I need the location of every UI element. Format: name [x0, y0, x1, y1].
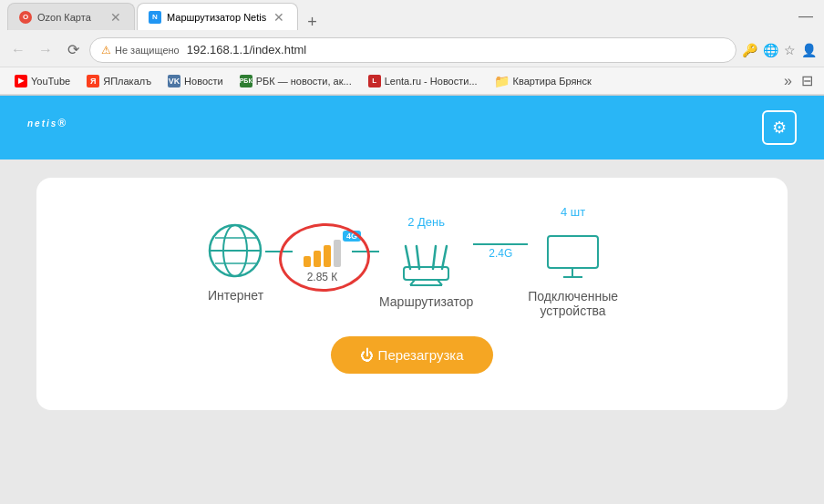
bookmark-vk-label: Новости — [184, 76, 223, 87]
bookmark-folder-label: Квартира Брянск — [513, 76, 592, 87]
minimize-button[interactable]: — — [795, 8, 817, 25]
bookmark-folder[interactable]: 📁 Квартира Брянск — [487, 72, 599, 90]
title-bar: O Ozon Карта ✕ N Маршрутизатор Netis ✕ +… — [0, 0, 824, 33]
bookmarks-more-button[interactable]: » — [780, 73, 796, 89]
signal-bars: 4G — [304, 240, 341, 267]
bookmark-yaplakal[interactable]: Я ЯПлакалъ — [79, 73, 159, 89]
line-internet-signal — [265, 251, 293, 252]
signal-bar-1 — [304, 256, 311, 267]
bookmark-lenta-label: Lenta.ru - Новости... — [385, 76, 478, 87]
connector-2g: 2.4G — [473, 243, 528, 260]
tab-ozon-title: Ozon Карта — [37, 12, 103, 23]
globe-icon — [206, 221, 265, 281]
speed-text: 2.85 К — [304, 271, 341, 283]
translate-icon[interactable]: 🌐 — [763, 43, 778, 57]
signal-bar-3 — [324, 245, 331, 267]
network-diagram: Интернет 4G — [73, 205, 751, 318]
ozon-favicon: O — [19, 11, 32, 24]
bookmark-sidebar-button[interactable]: ⊟ — [798, 72, 817, 89]
bookmark-lenta[interactable]: L Lenta.ru - Новости... — [361, 73, 485, 89]
router-icon — [397, 242, 456, 287]
password-icon[interactable]: 🔑 — [742, 43, 757, 57]
refresh-button[interactable]: ⟳ — [62, 41, 84, 58]
bookmark-youtube[interactable]: ▶ YouTube — [7, 73, 77, 89]
netis-logo: netis® — [27, 111, 67, 145]
days-label: 2 День — [407, 215, 445, 229]
window-controls: — — [795, 8, 817, 25]
badge-4g: 4G — [343, 231, 361, 242]
internet-label: Интернет — [208, 288, 263, 303]
router-label: Маршрутизатор — [379, 294, 473, 309]
svg-line-5 — [406, 246, 410, 269]
bookmark-star-icon[interactable]: ☆ — [784, 43, 796, 57]
netis-favicon: N — [149, 11, 161, 24]
bookmark-rbk-label: РБК — новости, ак... — [256, 76, 352, 87]
page-content: netis® ⚙ Интернет — [0, 96, 824, 504]
tabs-container: O Ozon Карта ✕ N Маршрутизатор Netis ✕ + — [7, 3, 795, 30]
security-text: Не защищено — [115, 45, 180, 56]
netis-header: netis® ⚙ — [0, 96, 824, 159]
tab-netis[interactable]: N Маршрутизатор Netis ✕ — [137, 3, 298, 30]
tab-netis-title: Маршрутизатор Netis — [167, 12, 266, 23]
yaplakal-favicon: Я — [87, 75, 99, 87]
tab-netis-close[interactable]: ✕ — [272, 10, 286, 25]
bookmark-rbk[interactable]: РБК РБК — новости, ак... — [232, 73, 359, 89]
bookmark-yaplakal-label: ЯПлакалъ — [103, 76, 151, 87]
browser-chrome: O Ozon Карта ✕ N Маршрутизатор Netis ✕ +… — [0, 0, 824, 96]
warning-icon: ⚠ — [101, 44, 111, 57]
signal-bar-2 — [314, 251, 321, 267]
line-signal-router — [352, 251, 379, 252]
monitor-icon — [543, 231, 603, 282]
svg-line-6 — [417, 246, 419, 269]
folder-favicon: 📁 — [494, 74, 510, 88]
connected-label: Подключенные устройства — [528, 289, 618, 318]
bookmark-vk[interactable]: VK Новости — [160, 73, 231, 89]
reboot-button[interactable]: ⏻ Перезагрузка — [331, 336, 492, 374]
tab-ozon-close[interactable]: ✕ — [108, 10, 123, 25]
svg-line-7 — [433, 246, 436, 269]
devices-count: 4 шт — [561, 205, 585, 219]
internet-item: Интернет — [206, 221, 265, 303]
settings-button[interactable]: ⚙ — [762, 110, 797, 145]
forward-button[interactable]: → — [35, 42, 57, 58]
new-tab-button[interactable]: + — [300, 14, 324, 30]
youtube-favicon: ▶ — [15, 75, 27, 87]
rbk-favicon: РБК — [240, 75, 252, 87]
vk-favicon: VK — [168, 75, 180, 87]
connection-type-label: 2.4G — [489, 247, 512, 260]
dashboard-card: Интернет 4G — [36, 178, 788, 410]
monitor-item: 4 шт Подключенные устройства — [528, 205, 618, 318]
security-badge: ⚠ Не защищено — [101, 44, 180, 57]
line-2g — [473, 243, 528, 245]
back-button[interactable]: ← — [7, 42, 29, 58]
url-text[interactable]: 192.168.1.1/index.html — [187, 43, 725, 57]
signal-bar-4 — [334, 240, 341, 267]
lenta-favicon: L — [368, 75, 381, 87]
address-bar: ← → ⟳ ⚠ Не защищено 192.168.1.1/index.ht… — [0, 33, 824, 67]
logo-trademark: ® — [57, 117, 67, 129]
router-item: 2 День Маршр — [379, 215, 473, 309]
signal-item: 4G 2.85 К — [293, 232, 352, 291]
signal-wrapper: 4G 2.85 К — [293, 232, 352, 291]
svg-rect-14 — [548, 236, 598, 268]
settings-gear-icon: ⚙ — [772, 118, 787, 138]
profile-icon[interactable]: 👤 — [801, 43, 817, 57]
bookmark-youtube-label: YouTube — [31, 76, 70, 87]
url-actions: 🔑 🌐 ☆ 👤 — [742, 43, 817, 57]
bookmarks-bar: ▶ YouTube Я ЯПлакалъ VK Новости РБК РБК … — [0, 67, 824, 95]
url-bar[interactable]: ⚠ Не защищено 192.168.1.1/index.html — [89, 37, 736, 63]
tab-ozon[interactable]: O Ozon Карта ✕ — [7, 3, 135, 30]
svg-line-8 — [442, 246, 447, 269]
main-content: Интернет 4G — [0, 159, 824, 428]
